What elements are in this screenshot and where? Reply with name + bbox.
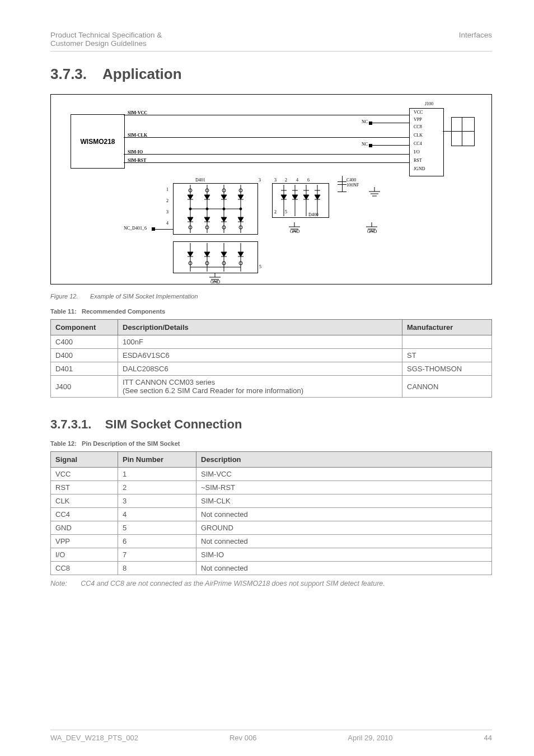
table11-caption-text: Recommended Components <box>82 308 165 315</box>
table-row: VPP6Not connected <box>51 535 492 548</box>
sim-card-icon <box>451 117 475 146</box>
footer-mid: Rev 006 <box>229 734 256 742</box>
t12-h0: Signal <box>51 452 118 468</box>
footer-right: April 29, 2010 <box>348 734 392 742</box>
table12-caption-text: Pin Description of the SIM Socket <box>82 440 180 447</box>
page-footer: WA_DEV_W218_PTS_002 Rev 006 April 29, 20… <box>50 730 492 742</box>
block-lower-diodes <box>173 241 258 273</box>
table-row: I/O7SIM-IO <box>51 548 492 562</box>
label-nc-2: NC <box>362 142 368 147</box>
t11-h1: Description/Details <box>118 320 402 335</box>
table-row: D400 ESDA6V1SC6 ST <box>51 349 492 362</box>
block-d400 <box>272 183 329 218</box>
svg-point-7 <box>240 208 242 210</box>
svg-point-6 <box>223 208 225 210</box>
table-recommended-components: Component Description/Details Manufactur… <box>50 319 492 398</box>
t12-h2: Description <box>196 452 492 468</box>
table-row: RST2~SIM-RST <box>51 481 492 494</box>
pin-io: I/O <box>414 150 420 155</box>
h2-number: 3.7.3. <box>50 66 87 82</box>
table12-caption-num: Table 12: <box>50 440 77 447</box>
chip-label: WISMO218 <box>80 138 115 146</box>
t11-h0: Component <box>51 320 118 335</box>
label-d401: D401 <box>195 178 205 183</box>
header-rule <box>50 51 492 52</box>
gnd-icon-1 <box>366 187 383 197</box>
table-row: CC88Not connected <box>51 562 492 575</box>
label-gnd-4: GND <box>367 229 377 234</box>
table12-caption: Table 12: Pin Description of the SIM Soc… <box>50 440 492 447</box>
header-right: Interfaces <box>459 31 492 48</box>
table11-caption-num: Table 11: <box>50 308 77 315</box>
note-block: Note: CC4 and CC8 are not connected as t… <box>50 580 492 587</box>
label-j100: J100 <box>425 101 433 106</box>
label-d400: D400 <box>308 212 318 217</box>
h3-number: 3.7.3.1. <box>50 417 91 431</box>
section-heading-3-7-3: 3.7.3. Application <box>50 66 492 83</box>
table-row: J400 ITT CANNON CCM03 series (See sectio… <box>51 376 492 398</box>
pin-clk: CLK <box>414 133 423 138</box>
footer-page: 44 <box>484 734 492 742</box>
note-text: CC4 and CC8 are not connected as the Air… <box>81 580 385 587</box>
label-gnd-3: GND <box>290 229 299 234</box>
pin-cc8: CC8 <box>414 124 422 129</box>
table-row: GND5GROUND <box>51 521 492 535</box>
h3-title: SIM Socket Connection <box>105 417 242 431</box>
block-d401 <box>173 183 258 235</box>
footer-left: WA_DEV_W218_PTS_002 <box>50 734 138 742</box>
d400-diodes-icon <box>273 184 329 217</box>
figure-caption-num: Figure 12. <box>50 293 78 300</box>
note-label: Note: <box>50 580 67 587</box>
table-pin-description: Signal Pin Number Description VCC1SIM-VC… <box>50 451 492 575</box>
chip-wismo218: WISMO218 <box>71 114 125 169</box>
label-nc-d401: NC_D401_6 <box>124 226 147 231</box>
section-heading-3-7-3-1: 3.7.3.1. SIM Socket Connection <box>50 417 492 432</box>
label-nc-1: NC <box>362 119 368 124</box>
table-row: CC44Not connected <box>51 508 492 521</box>
t11-h2: Manufacturer <box>402 320 492 335</box>
header-left-2: Customer Design Guidelines <box>50 39 162 48</box>
pin-vcc: VCC <box>414 110 423 115</box>
label-c400: C400 100NF <box>346 178 359 188</box>
table11-caption: Table 11: Recommended Components <box>50 308 492 315</box>
page-header: Product Technical Specification & Custom… <box>50 31 492 48</box>
pin-rst: RST <box>414 158 422 163</box>
table-row: CLK3SIM-CLK <box>51 494 492 508</box>
h2-title: Application <box>102 66 182 82</box>
figure-caption: Figure 12. Example of SIM Socket Impleme… <box>50 293 492 300</box>
schematic-figure: WISMO218 SIM-VCC SIM-CLK SIM-IO SIM-RST … <box>50 94 492 284</box>
table-row: C400 100nF <box>51 335 492 349</box>
d401-diodes-icon <box>174 184 257 234</box>
header-left-1: Product Technical Specification & <box>50 31 162 39</box>
svg-point-4 <box>189 208 191 210</box>
table-row: D401 DALC208SC6 SGS-THOMSON <box>51 362 492 376</box>
pin-vpp: VPP <box>414 117 422 122</box>
figure-caption-text: Example of SIM Socket Implementation <box>90 293 198 300</box>
pin-cc4: CC4 <box>414 141 422 146</box>
pin-jgnd: JGND <box>414 166 425 171</box>
svg-point-5 <box>206 208 208 210</box>
table-row: VCC1SIM-VCC <box>51 468 492 481</box>
t12-h1: Pin Number <box>118 452 196 468</box>
label-gnd-2: GND <box>210 279 220 284</box>
